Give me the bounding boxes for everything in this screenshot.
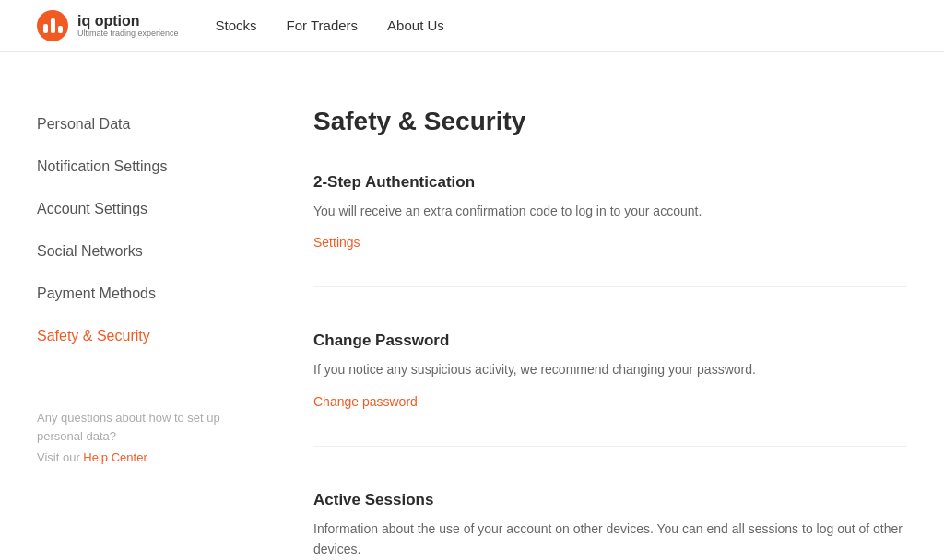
sidebar-item-personal-data[interactable]: Personal Data [37,107,240,142]
sidebar-link-payment-methods[interactable]: Payment Methods [37,276,240,311]
page-title: Safety & Security [313,107,907,136]
sidebar-item-payment-methods[interactable]: Payment Methods [37,276,240,311]
section-description-two-step-auth: You will receive an extra confirmation c… [313,201,907,221]
sidebar-link-notification-settings[interactable]: Notification Settings [37,149,240,184]
main-container: Personal Data Notification Settings Acco… [0,52,944,560]
sidebar-help-center-link[interactable]: Help Center [83,450,147,464]
sidebar-link-social-networks[interactable]: Social Networks [37,234,240,269]
nav-link-about[interactable]: About Us [387,18,444,33]
nav-links: Stocks For Traders About Us [216,18,444,33]
navbar: iq option Ultimate trading experience St… [0,0,944,52]
sidebar-link-safety-security[interactable]: Safety & Security [37,319,240,354]
section-description-active-sessions: Information about the use of your accoun… [313,519,907,560]
sidebar-item-safety-security[interactable]: Safety & Security [37,319,240,354]
section-title-change-password: Change Password [313,332,907,350]
sidebar: Personal Data Notification Settings Acco… [37,107,277,560]
section-active-sessions: Active Sessions Information about the us… [313,491,907,560]
sidebar-help-text: Any questions about how to set up person… [37,409,240,445]
sidebar-item-notification-settings[interactable]: Notification Settings [37,149,240,184]
sidebar-nav: Personal Data Notification Settings Acco… [37,107,240,354]
sidebar-link-account-settings[interactable]: Account Settings [37,192,240,227]
nav-link-stocks[interactable]: Stocks [216,18,257,33]
logo-area: iq option Ultimate trading experience [37,10,179,41]
nav-link-traders[interactable]: For Traders [287,18,359,33]
sidebar-item-social-networks[interactable]: Social Networks [37,234,240,269]
sidebar-item-account-settings[interactable]: Account Settings [37,192,240,227]
section-link-change-password[interactable]: Change password [313,394,418,409]
sidebar-help: Any questions about how to set up person… [37,409,240,464]
logo-bars [43,18,63,33]
nav-item-about[interactable]: About Us [387,18,444,33]
section-link-two-step-auth[interactable]: Settings [313,235,360,250]
section-change-password: Change Password If you notice any suspic… [313,332,907,446]
logo-icon [37,10,68,41]
section-title-active-sessions: Active Sessions [313,491,907,509]
logo-text: iq option Ultimate trading experience [77,13,179,39]
content-area: Safety & Security 2-Step Authentication … [277,107,907,560]
sidebar-help-visit-prefix: Visit our [37,450,83,464]
section-two-step-auth: 2-Step Authentication You will receive a… [313,173,907,287]
nav-item-traders[interactable]: For Traders [287,18,359,33]
logo-tagline: Ultimate trading experience [77,29,179,38]
sidebar-link-personal-data[interactable]: Personal Data [37,107,240,142]
sidebar-help-visit: Visit our Help Center [37,450,240,464]
section-title-two-step-auth: 2-Step Authentication [313,173,907,192]
nav-item-stocks[interactable]: Stocks [216,18,257,33]
section-description-change-password: If you notice any suspicious activity, w… [313,359,907,379]
logo-name: iq option [77,13,179,29]
